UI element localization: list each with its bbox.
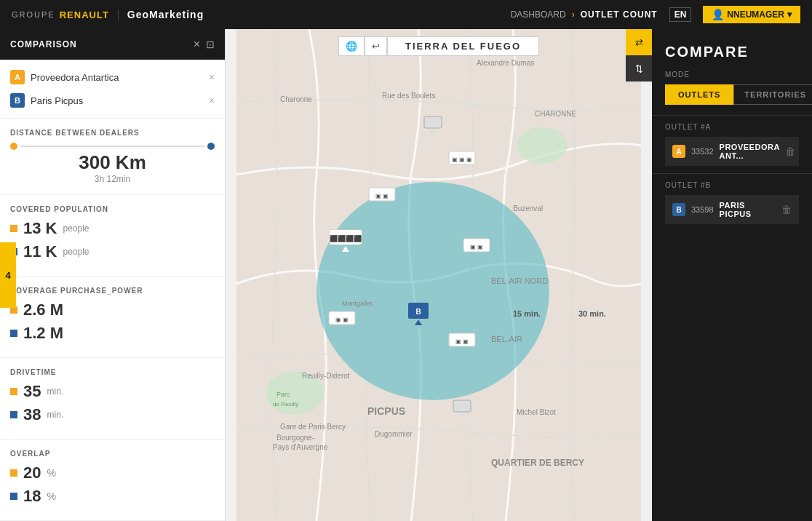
user-icon: 👤	[712, 9, 724, 20]
svg-rect-21	[424, 116, 442, 128]
side-icon-buttons: ⇄ ⇅	[626, 29, 652, 81]
outlet-b-delete-button[interactable]: 🗑	[781, 204, 792, 215]
panel-close-button[interactable]: ×	[194, 38, 200, 51]
overlap-section: OVERLAP 20 % 18 %	[0, 440, 225, 521]
drivetime-section: DRIVETIME 35 min. 38 min.	[0, 358, 225, 440]
outlets-list: A Proveedora Antartica × B Paris Picpus …	[0, 60, 225, 119]
main-content: 4 COMPARISON × ⊡ A Proveedora Antartica …	[0, 29, 812, 521]
outlet-b-item: B 33598 PARIS PICPUS 🗑	[665, 195, 799, 224]
purchase-dot-b	[10, 330, 17, 337]
svg-text:Alexandre Dumas: Alexandre Dumas	[477, 59, 534, 67]
svg-text:BEL-AIR: BEL-AIR	[491, 335, 522, 343]
compare-mode-section: MODE OUTLETS TERRITORIES	[652, 71, 812, 115]
chevron-down-icon: ▾	[787, 9, 792, 20]
outlet-item-b: B Paris Picpus ×	[10, 89, 215, 112]
population-unit-b: people	[63, 247, 89, 257]
cluster-marker-5: ▣ ▣	[329, 311, 355, 325]
cluster-marker-4: ▣ ▣	[449, 333, 475, 346]
drivetime-unit-a: min.	[47, 386, 63, 397]
user-menu[interactable]: 👤 NNEUMAGER ▾	[703, 6, 800, 23]
drivetime-row-b: 38 min.	[10, 405, 215, 424]
distance-dot-a	[10, 143, 17, 150]
drivetime-dot-b	[10, 411, 17, 418]
overlap-value-a: 20	[23, 464, 41, 482]
svg-text:BEL-AIR NORD: BEL-AIR NORD	[491, 277, 548, 285]
distance-dot-b	[207, 143, 215, 150]
outlet-remove-b[interactable]: ×	[209, 95, 215, 106]
overlap-pct-a: %	[47, 467, 55, 479]
drivetime-row-a: 35 min.	[10, 382, 215, 401]
panel-header: COMPARISON × ⊡	[0, 29, 225, 60]
distance-value: 300 Km	[79, 151, 146, 174]
purchase-value-b: 1.2 M	[23, 324, 63, 343]
distance-line	[20, 146, 204, 147]
purchase-value-a: 2.6 M	[23, 301, 63, 319]
mode-label: MODE	[665, 71, 799, 79]
map-globe-button[interactable]: 🌐	[338, 36, 365, 56]
outlet-remove-a[interactable]: ×	[209, 71, 215, 83]
purchase-power-label: COVERAGE PURCHASE_POWER	[10, 287, 215, 295]
distance-time: 3h 12min	[95, 174, 130, 184]
svg-text:⬛⬛⬛⬛: ⬛⬛⬛⬛	[330, 234, 362, 243]
svg-text:Montgallet: Montgallet	[342, 300, 373, 307]
drivetime-value-a: 35	[23, 382, 41, 401]
svg-text:Gare de Paris Bercy: Gare de Paris Bercy	[280, 423, 346, 431]
svg-text:Buzenval: Buzenval	[513, 204, 543, 212]
logo-renault: RENAULT	[60, 9, 109, 20]
app-title: GeoMarketing	[127, 9, 204, 20]
mode-territories-button[interactable]: TERRITORIES	[733, 84, 812, 105]
purchase-row-a: 2.6 M	[10, 301, 215, 319]
compare-outlet-b-section: OUTLET #B B 33598 PARIS PICPUS 🗑	[652, 173, 812, 231]
svg-text:B: B	[415, 308, 421, 316]
panel-collapse-button[interactable]: ⊡	[206, 39, 215, 50]
nav-dashboard[interactable]: DASHBOARD	[511, 9, 566, 20]
user-name: NNEUMAGER	[727, 9, 784, 20]
overlap-label: OVERLAP	[10, 450, 215, 458]
pop-dot-a	[10, 225, 17, 232]
svg-text:Reuilly-Diderot: Reuilly-Diderot	[302, 372, 350, 380]
side-btn-extra[interactable]: ⇅	[626, 55, 652, 81]
outlet-a-delete-button[interactable]: 🗑	[785, 146, 795, 157]
map-area[interactable]: 🌐 ↩ TIERRA DEL FUEGO	[226, 29, 652, 521]
compare-header: COMPARE	[652, 29, 812, 71]
outlet-b-name: PARIS PICPUS	[720, 201, 776, 218]
overlap-pct-b: %	[47, 490, 55, 502]
svg-text:Dugommier: Dugommier	[375, 430, 413, 438]
drivetime-unit-b: min.	[47, 410, 63, 420]
svg-text:▣ ▣: ▣ ▣	[455, 338, 469, 345]
map-toolbar: 🌐 ↩ TIERRA DEL FUEGO	[338, 36, 539, 56]
svg-text:Rue des Boulets: Rue des Boulets	[382, 92, 435, 100]
outlet-b-badge: B	[672, 203, 685, 216]
population-row-a: 13 K people	[10, 219, 215, 238]
outlet-badge-b: B	[10, 93, 25, 108]
overlap-row-a: 20 %	[10, 464, 215, 482]
outlet-b-label: OUTLET #B	[665, 181, 799, 189]
compare-outlet-a-section: OUTLET #A A 33532 PROVEEDORA ANT... 🗑	[652, 115, 812, 173]
outlet-a-badge: A	[672, 145, 685, 158]
outlet-name-b: Paris Picpus	[31, 95, 203, 106]
svg-text:Charonne: Charonne	[280, 95, 312, 103]
language-selector[interactable]: EN	[669, 7, 692, 22]
compare-panel: COMPARE MODE OUTLETS TERRITORIES OUTLET …	[652, 29, 812, 521]
overlap-row-b: 18 %	[10, 487, 215, 506]
map-back-button[interactable]: ↩	[365, 36, 387, 56]
svg-text:Parc: Parc	[276, 391, 290, 398]
overlap-value-b: 18	[23, 487, 41, 506]
cluster-marker-3: ▣ ▣	[463, 239, 490, 252]
side-btn-compare[interactable]: ⇄	[626, 29, 652, 55]
mode-outlets-button[interactable]: OUTLETS	[665, 84, 733, 105]
svg-text:PICPUS: PICPUS	[367, 405, 405, 417]
overlap-dot-b	[10, 493, 17, 500]
population-unit-a: people	[63, 223, 89, 234]
svg-point-2	[517, 127, 568, 164]
population-section: COVERED POPULATION 13 K people 11 K peop…	[0, 195, 225, 277]
breadcrumb: DASHBOARD › OUTLET COUNT	[511, 9, 658, 20]
nav-separator: ›	[572, 9, 575, 20]
nav-current: OUTLET COUNT	[581, 9, 658, 20]
outlet-b-num: 33598	[691, 205, 714, 214]
population-value-a: 13 K	[23, 219, 57, 238]
population-value-b: 11 K	[23, 242, 57, 261]
svg-text:Michel Bizot: Michel Bizot	[517, 408, 556, 416]
drivetime-label: DRIVETIME	[10, 368, 215, 376]
app-header: GROUPE RENAULT GeoMarketing DASHBOARD › …	[0, 0, 812, 29]
